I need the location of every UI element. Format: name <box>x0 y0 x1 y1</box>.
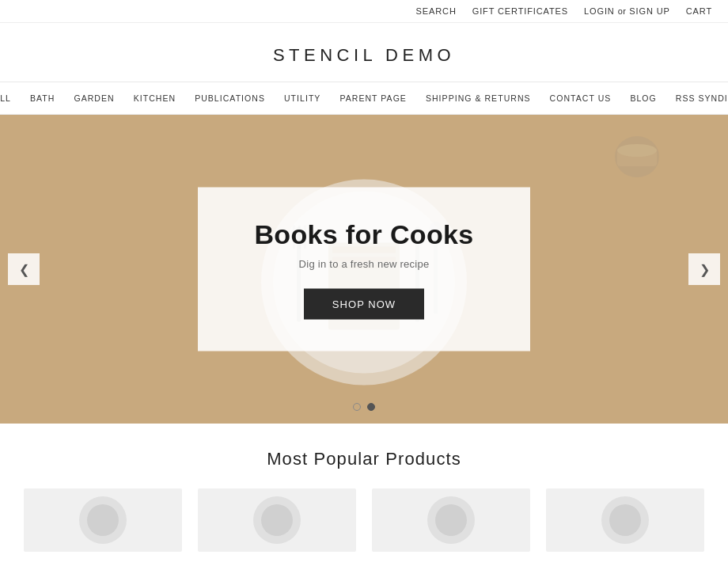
hero-slider: ❮ Books for Cooks Dig in to a fresh new … <box>0 115 728 424</box>
slide-dot-2[interactable] <box>367 403 375 411</box>
main-nav: SHOP ALL BATH GARDEN KITCHEN PUBLICATION… <box>0 82 728 115</box>
nav-link-parent-page[interactable]: PARENT PAGE <box>330 82 416 114</box>
nav-link-blog[interactable]: BLOG <box>620 82 665 114</box>
product-thumb-1[interactable] <box>24 488 182 552</box>
product-image-4 <box>597 492 653 548</box>
signup-link[interactable]: SIGN UP <box>629 6 669 16</box>
search-link[interactable]: SEARCH <box>416 6 457 16</box>
nav-item-garden: GARDEN <box>64 82 123 114</box>
nav-link-shipping[interactable]: SHIPPING & RETURNS <box>416 82 540 114</box>
nav-item-shop-all: SHOP ALL <box>0 82 21 114</box>
nav-item-parent-page: PARENT PAGE <box>330 82 416 114</box>
slider-prev-button[interactable]: ❮ <box>8 253 40 285</box>
svg-point-24 <box>609 504 641 536</box>
product-thumb-4[interactable] <box>546 488 704 552</box>
nav-link-publications[interactable]: PUBLICATIONS <box>185 82 275 114</box>
chevron-left-icon: ❮ <box>19 262 29 277</box>
nav-item-shipping: SHIPPING & RETURNS <box>416 82 540 114</box>
nav-item-kitchen: KITCHEN <box>124 82 185 114</box>
gift-certificates-link[interactable]: GIFT CERTIFICATES <box>472 6 568 16</box>
slider-dots <box>353 403 375 411</box>
nav-link-shop-all[interactable]: SHOP ALL <box>0 82 21 114</box>
svg-point-20 <box>261 504 293 536</box>
cart-link[interactable]: CART <box>686 6 712 16</box>
nav-item-blog: BLOG <box>620 82 665 114</box>
top-bar: SEARCH GIFT CERTIFICATES LOGIN or SIGN U… <box>0 0 728 23</box>
site-title[interactable]: STENCIL DEMO <box>16 45 712 66</box>
login-link[interactable]: LOGIN <box>584 6 615 16</box>
svg-point-18 <box>87 504 119 536</box>
chevron-right-icon: ❯ <box>700 262 710 277</box>
nav-item-bath: BATH <box>21 82 64 114</box>
hero-title: Books for Cooks <box>245 219 483 250</box>
nav-link-bath[interactable]: BATH <box>21 82 64 114</box>
nav-item-publications: PUBLICATIONS <box>185 82 275 114</box>
product-image-1 <box>75 492 131 548</box>
login-group: LOGIN or SIGN UP <box>584 6 670 16</box>
product-thumb-3[interactable] <box>372 488 530 552</box>
svg-point-16 <box>617 144 657 157</box>
shop-now-button[interactable]: Shop Now <box>304 289 424 320</box>
nav-link-kitchen[interactable]: KITCHEN <box>124 82 185 114</box>
nav-link-garden[interactable]: GARDEN <box>64 82 123 114</box>
product-thumb-2[interactable] <box>198 488 356 552</box>
hero-content-box: Books for Cooks Dig in to a fresh new re… <box>198 188 530 352</box>
popular-products-section: Most Popular Products <box>0 424 728 568</box>
slide-dot-1[interactable] <box>353 403 361 411</box>
product-image-2 <box>249 492 305 548</box>
hero-subtitle: Dig in to a fresh new recipe <box>245 258 483 270</box>
nav-link-rss[interactable]: RSS SYNDICATION <box>666 82 728 114</box>
cup-decoration <box>609 127 665 182</box>
nav-list: SHOP ALL BATH GARDEN KITCHEN PUBLICATION… <box>16 82 712 114</box>
site-header: STENCIL DEMO <box>0 23 728 82</box>
products-row <box>16 488 712 552</box>
nav-item-utility: UTILITY <box>275 82 330 114</box>
slider-next-button[interactable]: ❯ <box>688 253 720 285</box>
nav-link-utility[interactable]: UTILITY <box>275 82 330 114</box>
nav-item-rss: RSS SYNDICATION <box>666 82 728 114</box>
svg-point-22 <box>435 504 467 536</box>
nav-link-contact[interactable]: CONTACT US <box>540 82 621 114</box>
popular-section-title: Most Popular Products <box>16 449 712 469</box>
nav-item-contact: CONTACT US <box>540 82 621 114</box>
product-image-3 <box>423 492 479 548</box>
or-separator: or <box>618 6 627 16</box>
